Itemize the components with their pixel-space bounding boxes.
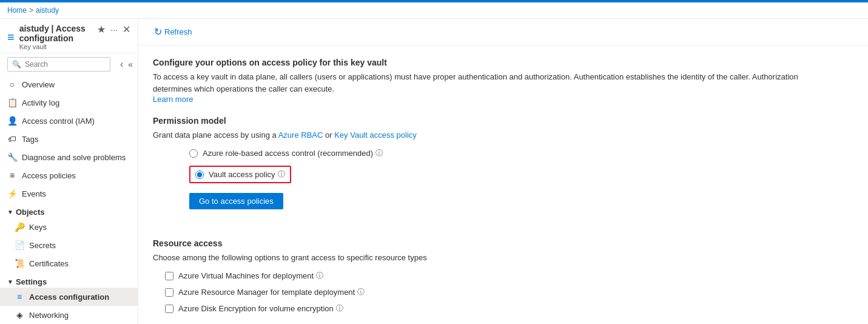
checkbox-disk[interactable]: Azure Disk Encryption for volume encrypt… [165, 303, 853, 314]
content-area: Configure your options on access policy … [138, 46, 868, 324]
disk-info-icon[interactable]: ⓘ [336, 303, 343, 314]
vault-info-icon[interactable]: ⓘ [278, 169, 285, 180]
key-vault-icon: ≡ [7, 30, 15, 44]
configure-title: Configure your options on access policy … [153, 58, 853, 67]
page-subtitle: Key vault [19, 43, 98, 50]
permission-model-section: Permission model Grant data plane access… [153, 116, 853, 224]
sidebar-item-access-control[interactable]: 👤 Access control (IAM) [0, 112, 138, 130]
permission-model-desc: Grant data plane access by using a Azure… [153, 130, 853, 140]
diagnose-icon: 🔧 [7, 152, 17, 162]
sidebar-item-networking-label: Networking [29, 311, 69, 320]
access-control-icon: 👤 [7, 116, 17, 126]
go-to-access-policies-button[interactable]: Go to access policies [189, 193, 283, 209]
checkbox-vm[interactable]: Azure Virtual Machines for deployment ⓘ [165, 271, 853, 281]
sidebar-item-secrets[interactable]: 📄 Secrets [0, 236, 138, 254]
search-input[interactable] [7, 57, 110, 72]
sidebar-item-tags-label: Tags [22, 135, 38, 144]
radio-option-rbac[interactable]: Azure role-based access control (recomme… [189, 148, 853, 158]
settings-section-toggle[interactable]: ▼ Settings [0, 272, 138, 288]
sidebar-item-access-policies[interactable]: ≡ Access policies [0, 166, 138, 184]
vm-info-icon[interactable]: ⓘ [316, 271, 323, 281]
breadcrumb-separator: > [29, 6, 33, 15]
breadcrumb: Home > aistudy [0, 2, 868, 19]
sidebar-item-events-label: Events [22, 189, 46, 198]
search-icon: 🔍 [12, 60, 21, 69]
configure-section: Configure your options on access policy … [153, 58, 853, 104]
sidebar-item-tags[interactable]: 🏷 Tags [0, 130, 138, 148]
checkbox-arm[interactable]: Azure Resource Manager for template depl… [165, 287, 853, 297]
objects-section-toggle[interactable]: ▼ Objects [0, 203, 138, 218]
objects-section-label: Objects [16, 208, 45, 217]
sidebar-item-certificates[interactable]: 📜 Certificates [0, 254, 138, 272]
disk-checkbox[interactable] [165, 305, 173, 313]
vault-access-link[interactable]: Key Vault access policy [334, 130, 417, 140]
refresh-icon: ↻ [154, 26, 162, 38]
close-button[interactable]: ✕ [123, 24, 130, 35]
resource-access-title: Resource access [153, 238, 853, 248]
arm-checkbox[interactable] [165, 288, 173, 297]
sidebar-item-access-configuration-label: Access configuration [29, 292, 109, 302]
page-title: aistudy | Access configuration [19, 24, 98, 43]
certificates-icon: 📜 [15, 258, 24, 268]
sidebar-item-secrets-label: Secrets [29, 241, 56, 250]
vm-checkbox[interactable] [165, 272, 173, 280]
breadcrumb-home[interactable]: Home [7, 6, 27, 15]
rbac-info-icon[interactable]: ⓘ [375, 148, 383, 158]
sidebar-item-keys-label: Keys [29, 223, 47, 232]
networking-icon: ◈ [15, 310, 24, 320]
activity-log-icon: 📋 [7, 98, 17, 107]
favorite-button[interactable]: ★ [97, 24, 106, 35]
sidebar-item-activity-log-label: Activity log [22, 98, 59, 107]
arm-label: Azure Resource Manager for template depl… [178, 287, 365, 297]
refresh-label: Refresh [164, 27, 192, 36]
search-nav-back[interactable]: ‹ [118, 58, 126, 71]
more-options-button[interactable]: ··· [110, 25, 118, 35]
toolbar: ↻ Refresh [138, 19, 868, 46]
breadcrumb-current[interactable]: aistudy [36, 6, 59, 15]
main-content: ↻ Refresh Configure your options on acce… [138, 19, 868, 324]
radio-option-vault[interactable]: Vault access policy ⓘ [189, 166, 853, 183]
sidebar-item-overview-label: Overview [22, 80, 55, 89]
vault-radio[interactable] [195, 170, 204, 179]
sidebar-item-keys[interactable]: 🔑 Keys [0, 218, 138, 236]
sidebar-item-certificates-label: Certificates [29, 259, 69, 268]
vault-label: Vault access policy ⓘ [209, 169, 285, 180]
arm-info-icon[interactable]: ⓘ [357, 287, 365, 297]
sidebar-item-diagnose-label: Diagnose and solve problems [22, 153, 126, 162]
sidebar-item-access-policies-label: Access policies [22, 171, 76, 180]
sidebar-item-diagnose[interactable]: 🔧 Diagnose and solve problems [0, 148, 138, 166]
sidebar-item-events[interactable]: ⚡ Events [0, 184, 138, 203]
sidebar-item-overview[interactable]: ○ Overview [0, 75, 138, 93]
radio-group: Azure role-based access control (recomme… [189, 148, 853, 183]
refresh-button[interactable]: ↻ Refresh [150, 24, 196, 40]
overview-icon: ○ [7, 79, 17, 89]
vm-label: Azure Virtual Machines for deployment ⓘ [178, 271, 323, 281]
search-collapse[interactable]: « [126, 58, 135, 70]
sidebar-item-activity-log[interactable]: 📋 Activity log [0, 93, 138, 112]
azure-rbac-link[interactable]: Azure RBAC [278, 130, 323, 140]
learn-more-link[interactable]: Learn more [153, 95, 193, 104]
configure-desc: To access a key vault in data plane, all… [153, 71, 820, 95]
access-config-icon: ≡ [15, 292, 24, 302]
sidebar-header: ≡ aistudy | Access configuration Key vau… [0, 19, 138, 53]
sidebar-nav: ○ Overview 📋 Activity log 👤 Access contr… [0, 75, 138, 324]
sidebar-item-networking[interactable]: ◈ Networking [0, 306, 138, 324]
settings-section-label: Settings [16, 277, 47, 286]
vault-option-highlighted: Vault access policy ⓘ [189, 166, 291, 183]
checkbox-group: Azure Virtual Machines for deployment ⓘ … [165, 271, 853, 314]
sidebar-item-access-control-label: Access control (IAM) [22, 116, 95, 126]
sidebar-item-access-configuration[interactable]: ≡ Access configuration [0, 288, 138, 306]
sidebar: ≡ aistudy | Access configuration Key vau… [0, 19, 138, 324]
search-box: 🔍 [7, 57, 110, 72]
keys-icon: 🔑 [15, 222, 24, 232]
search-row: 🔍 ‹ « [0, 53, 138, 75]
secrets-icon: 📄 [15, 240, 24, 250]
rbac-radio[interactable] [189, 149, 198, 158]
tags-icon: 🏷 [7, 134, 17, 144]
rbac-label: Azure role-based access control (recomme… [203, 148, 383, 158]
resource-access-desc: Choose among the following options to gr… [153, 253, 853, 262]
objects-chevron-icon: ▼ [7, 209, 13, 215]
settings-chevron-icon: ▼ [7, 278, 13, 285]
access-policies-icon: ≡ [7, 170, 17, 180]
events-icon: ⚡ [7, 189, 17, 198]
